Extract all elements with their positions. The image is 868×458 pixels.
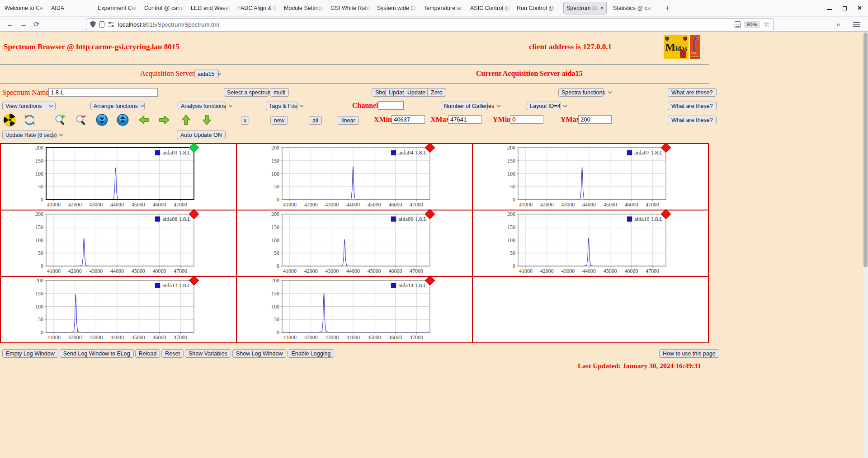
reload-button[interactable]: ⟳ — [33, 20, 39, 29]
shield-icon[interactable] — [90, 21, 96, 28]
arrow-down-icon[interactable] — [201, 114, 213, 126]
tab-close-icon[interactable]: × — [600, 2, 604, 14]
forward-button[interactable]: → — [20, 20, 27, 29]
x-button[interactable]: x — [241, 116, 249, 125]
refresh-icon[interactable] — [24, 114, 36, 126]
tab-welcome-to-cen[interactable]: Welcome to Cen — [5, 0, 45, 16]
layout-id-select[interactable]: Layout ID=4 — [527, 102, 561, 110]
svg-text:47000: 47000 — [174, 334, 187, 341]
spectrum-chart-aida14: 4100042000430004400045000460004700005010… — [268, 278, 434, 341]
ymax-input[interactable] — [578, 115, 612, 124]
maximize-button[interactable] — [843, 6, 847, 10]
zero-button[interactable]: Zero — [427, 88, 446, 97]
update-rate-select[interactable]: Update Rate (8 secs) — [2, 131, 53, 139]
tab-asic-control[interactable]: ASIC Control @ — [470, 0, 510, 16]
midas-logo[interactable]: Midas — [664, 35, 689, 59]
gallery-cell-aida03[interactable]: 4100042000430004400045000460004700005010… — [0, 144, 236, 210]
select-spectrum-select[interactable]: Select a spectrum — [224, 88, 269, 97]
channel-input[interactable] — [378, 101, 404, 110]
arrange-functions-select[interactable]: Arrange functions — [90, 102, 145, 110]
channel-label: Channel: — [352, 102, 381, 110]
tab-statistics-car[interactable]: Statistics @ car — [613, 0, 653, 16]
reset-button[interactable]: Reset — [161, 349, 184, 358]
minimize-button[interactable] — [827, 9, 832, 10]
url-text: localhost:8015/Spectrum/Spectrum.tml — [118, 21, 731, 28]
tab-system-wide-ch[interactable]: System wide Ch — [377, 0, 417, 16]
svg-text:43000: 43000 — [561, 201, 575, 208]
page-scrollbar[interactable] — [863, 32, 868, 458]
empty-log-window-button[interactable]: Empty Log Window — [2, 349, 58, 358]
close-window-button[interactable]: × — [858, 5, 862, 12]
auto-update-button[interactable]: Auto Update ON — [177, 131, 226, 139]
gallery-cell-aida07[interactable]: 4100042000430004400045000460004700005010… — [472, 144, 708, 210]
url-bar[interactable]: localhost:8015/Spectrum/Spectrum.tml 90%… — [86, 19, 774, 30]
send-log-window-to-elog-button[interactable]: Send Log Window to ELog — [60, 349, 134, 358]
enable-logging-button[interactable]: Enable Logging — [288, 349, 334, 358]
all-button[interactable]: all — [309, 116, 322, 125]
tab-spectrum-bro[interactable]: Spectrum Bro× — [563, 2, 607, 14]
what-are-these-button-3[interactable]: What are these? — [668, 116, 717, 124]
spectrum-name-input[interactable] — [48, 88, 158, 97]
what-are-these-button-1[interactable]: What are these? — [668, 88, 717, 97]
xmin-label: XMin — [374, 116, 392, 124]
view-functions-select[interactable]: View functions — [2, 102, 56, 110]
shift-up-icon[interactable] — [117, 114, 129, 126]
permissions-icon[interactable] — [108, 22, 114, 27]
tcl-powered-logo[interactable]: TCL POWERED — [690, 35, 700, 59]
svg-text:44000: 44000 — [110, 334, 124, 341]
zoom-level-badge[interactable]: 90% — [744, 21, 760, 28]
tab-fadc-align-co[interactable]: FADC Align & Co — [237, 0, 278, 16]
gallery-cell-aida04[interactable]: 4100042000430004400045000460004700005010… — [236, 144, 472, 210]
scrollbar-thumb[interactable] — [863, 33, 868, 267]
gallery-cell-aida13[interactable]: 4100042000430004400045000460004700005010… — [0, 276, 236, 343]
svg-text:200: 200 — [271, 145, 279, 151]
back-button[interactable]: ← — [6, 20, 14, 29]
acquisition-server-select[interactable]: aida15 — [194, 70, 219, 78]
zoom-out-icon[interactable] — [75, 114, 87, 126]
how-to-use-button[interactable]: How to use this page — [659, 349, 719, 358]
gallery-cell-aida09[interactable]: 4100042000430004400045000460004700005010… — [236, 210, 472, 276]
gallery-cell-aida08[interactable]: 4100042000430004400045000460004700005010… — [0, 210, 236, 276]
tab-label: LED and Wavefo — [191, 0, 231, 16]
shift-down-icon[interactable] — [96, 114, 108, 126]
chevron-down-icon — [59, 132, 63, 136]
linear-button[interactable]: linear — [338, 116, 359, 125]
hamburger-menu-icon[interactable] — [853, 22, 860, 27]
multi-button[interactable]: multi — [270, 88, 289, 97]
xmax-input[interactable] — [448, 115, 481, 124]
gallery-cell-aida10[interactable]: 4100042000430004400045000460004700005010… — [472, 210, 708, 276]
tab-gsi-white-rabbi[interactable]: GSI White Rabbi — [330, 0, 371, 16]
arrow-right-icon[interactable] — [158, 114, 170, 126]
what-are-these-button-2[interactable]: What are these? — [668, 102, 717, 110]
overflow-menu-icon[interactable]: » — [836, 20, 840, 29]
log-buttons-row: Empty Log WindowSend Log Window to ELogR… — [2, 349, 334, 358]
svg-text:100: 100 — [35, 304, 43, 310]
show-log-window-button[interactable]: Show Log Window — [232, 349, 287, 358]
ymin-input[interactable] — [510, 115, 543, 124]
reader-mode-icon[interactable] — [735, 21, 741, 28]
gallery-cell-aida14[interactable]: 4100042000430004400045000460004700005010… — [236, 276, 472, 343]
analysis-functions-select[interactable]: Analysis functions — [178, 102, 226, 110]
spectra-functions-select[interactable]: Spectra functions — [558, 88, 604, 97]
reload-button[interactable]: Reload — [135, 349, 160, 358]
arrow-up-icon[interactable] — [180, 114, 192, 126]
new-button[interactable]: new — [270, 116, 288, 125]
tab-module-settings[interactable]: Module Settings — [284, 0, 324, 16]
tab-led-and-wavefo[interactable]: LED and Wavefo — [191, 0, 231, 16]
tab-run-control-c[interactable]: Run Control @ c — [517, 0, 557, 16]
page-info-icon[interactable] — [99, 21, 104, 28]
tab-experiment-con[interactable]: Experiment Con — [98, 0, 138, 16]
xmin-input[interactable] — [392, 115, 425, 124]
svg-text:46000: 46000 — [388, 334, 402, 341]
tab-control-carm[interactable]: Control @ carm — [144, 0, 184, 16]
bookmark-star-icon[interactable]: ☆ — [764, 21, 770, 28]
radiation-icon[interactable] — [4, 114, 16, 126]
tab-temperature-an[interactable]: Temperature an — [424, 0, 464, 16]
arrow-left-icon[interactable] — [138, 114, 150, 126]
tab-aida[interactable]: AIDA — [51, 0, 91, 16]
new-tab-button[interactable]: + — [660, 4, 674, 13]
tags-fits-select[interactable]: Tags & Fits — [266, 102, 297, 110]
zoom-in-icon[interactable] — [54, 114, 66, 126]
number-of-galleries-select[interactable]: Number of Galleries — [441, 102, 488, 110]
show-variables-button[interactable]: Show Variables — [185, 349, 231, 358]
